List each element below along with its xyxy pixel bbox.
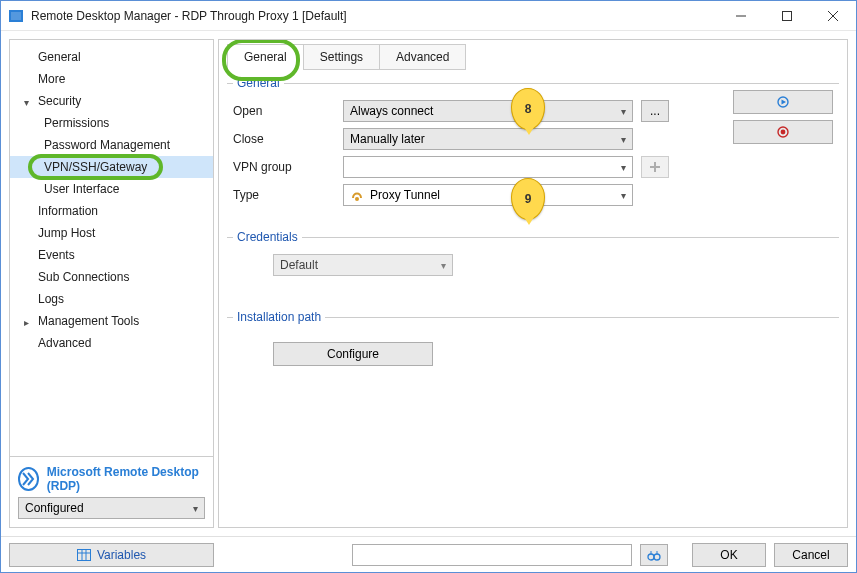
close-select[interactable]: Manually later	[343, 128, 633, 150]
nav-item-label: Permissions	[44, 116, 109, 130]
record-button[interactable]	[733, 120, 833, 144]
nav-item-label: Advanced	[38, 336, 91, 350]
configure-button[interactable]: Configure	[273, 342, 433, 366]
chevron-down-icon[interactable]: ▾	[24, 94, 34, 104]
svg-point-7	[781, 130, 786, 135]
close-button[interactable]	[810, 1, 856, 31]
minimize-button[interactable]	[718, 1, 764, 31]
nav-item-label: Logs	[38, 292, 64, 306]
tab-settings[interactable]: Settings	[303, 44, 380, 70]
add-vpn-group-button[interactable]	[641, 156, 669, 178]
tab-general[interactable]: General	[227, 44, 304, 70]
nav-item-user-interface[interactable]: User Interface	[10, 178, 213, 200]
chevron-down-icon	[621, 160, 626, 174]
chevron-right-icon[interactable]: ▸	[24, 314, 34, 324]
type-value: Proxy Tunnel	[370, 188, 440, 202]
nav-item-security[interactable]: ▾Security	[10, 90, 213, 112]
svg-rect-1	[783, 11, 792, 20]
window-title: Remote Desktop Manager - RDP Through Pro…	[31, 9, 718, 23]
variables-icon	[77, 549, 91, 561]
nav-item-label: Management Tools	[38, 314, 139, 328]
svg-point-15	[648, 554, 654, 560]
open-more-button[interactable]: ...	[641, 100, 669, 122]
credentials-select[interactable]: Default	[273, 254, 453, 276]
legend-general: General	[233, 76, 284, 90]
search-button[interactable]	[640, 544, 668, 566]
open-label: Open	[233, 104, 309, 118]
session-state-select[interactable]: Configured	[18, 497, 205, 519]
nav-item-jump-host[interactable]: Jump Host	[10, 222, 213, 244]
close-value: Manually later	[350, 132, 425, 146]
nav-item-label: General	[38, 50, 81, 64]
session-state-value: Configured	[25, 501, 84, 515]
nav-item-password-management[interactable]: Password Management	[10, 134, 213, 156]
nav-item-label: Jump Host	[38, 226, 95, 240]
chevron-down-icon	[621, 132, 626, 146]
legend-credentials: Credentials	[233, 230, 302, 244]
search-input[interactable]	[352, 544, 632, 566]
tabs: General Settings Advanced	[227, 44, 839, 70]
nav-item-label: More	[38, 72, 65, 86]
nav-item-label: User Interface	[44, 182, 119, 196]
svg-point-10	[355, 197, 359, 201]
nav-item-events[interactable]: Events	[10, 244, 213, 266]
nav-item-label: VPN/SSH/Gateway	[44, 160, 147, 174]
open-value: Always connect	[350, 104, 433, 118]
nav-item-vpn-ssh-gateway[interactable]: VPN/SSH/Gateway	[10, 156, 213, 178]
nav-item-advanced[interactable]: Advanced	[10, 332, 213, 354]
nav-item-label: Information	[38, 204, 98, 218]
svg-rect-11	[77, 549, 90, 560]
footer: Variables OK Cancel	[1, 536, 856, 572]
open-select[interactable]: Always connect	[343, 100, 633, 122]
vpn-group-label: VPN group	[233, 160, 309, 174]
svg-point-16	[654, 554, 660, 560]
nav-item-information[interactable]: Information	[10, 200, 213, 222]
main-panel: General Settings Advanced General Open A…	[218, 39, 848, 528]
play-button[interactable]	[733, 90, 833, 114]
tab-advanced[interactable]: Advanced	[379, 44, 466, 70]
cancel-button[interactable]: Cancel	[774, 543, 848, 567]
type-label: Type	[233, 188, 309, 202]
titlebar: Remote Desktop Manager - RDP Through Pro…	[1, 1, 856, 31]
nav-item-label: Security	[38, 94, 81, 108]
nav-item-more[interactable]: More	[10, 68, 213, 90]
nav-item-logs[interactable]: Logs	[10, 288, 213, 310]
svg-marker-5	[782, 100, 787, 105]
chevron-down-icon	[621, 188, 626, 202]
proxy-tunnel-icon	[350, 188, 364, 202]
legend-install: Installation path	[233, 310, 325, 324]
nav-tree: GeneralMore▾SecurityPermissionsPassword …	[9, 39, 214, 457]
nav-item-management-tools[interactable]: ▸Management Tools	[10, 310, 213, 332]
type-select[interactable]: Proxy Tunnel	[343, 184, 633, 206]
credentials-value: Default	[280, 258, 318, 272]
close-label: Close	[233, 132, 309, 146]
nav-item-label: Password Management	[44, 138, 170, 152]
ok-button[interactable]: OK	[692, 543, 766, 567]
app-icon	[9, 10, 23, 22]
vpn-group-select[interactable]	[343, 156, 633, 178]
nav-item-label: Sub Connections	[38, 270, 129, 284]
session-summary: Microsoft Remote Desktop (RDP) Configure…	[9, 457, 214, 528]
nav-item-sub-connections[interactable]: Sub Connections	[10, 266, 213, 288]
binoculars-icon	[647, 549, 661, 561]
fieldset-credentials: Credentials Default	[227, 230, 839, 286]
nav-item-permissions[interactable]: Permissions	[10, 112, 213, 134]
session-type-label: Microsoft Remote Desktop (RDP)	[47, 465, 205, 493]
maximize-button[interactable]	[764, 1, 810, 31]
variables-button[interactable]: Variables	[9, 543, 214, 567]
rdp-icon	[18, 467, 39, 491]
chevron-down-icon	[441, 258, 446, 272]
chevron-down-icon	[621, 104, 626, 118]
nav-item-general[interactable]: General	[10, 46, 213, 68]
nav-item-label: Events	[38, 248, 75, 262]
chevron-down-icon	[193, 501, 198, 515]
fieldset-install: Installation path Configure	[227, 310, 839, 376]
